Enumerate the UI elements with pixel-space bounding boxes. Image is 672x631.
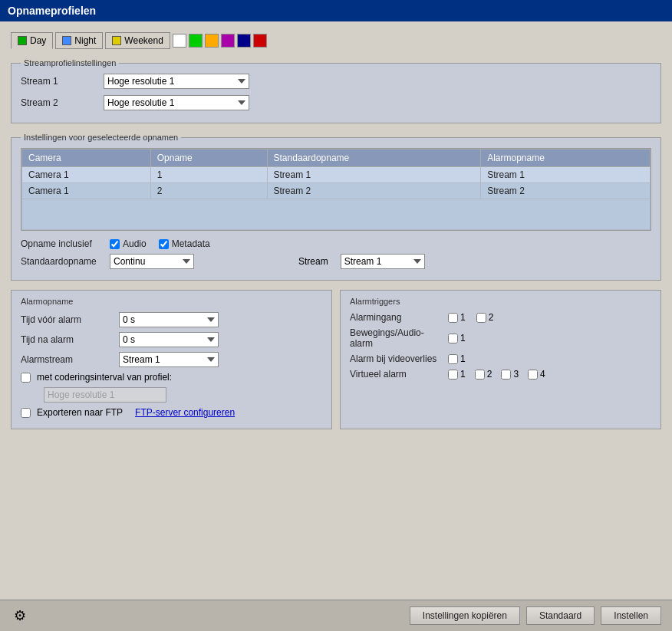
metadata-checkbox[interactable] [159,239,169,249]
alarmingang-2-label: 2 [489,312,494,323]
instellen-button[interactable]: Instellen [601,606,661,625]
codering-label: met coderingsinterval van profiel: [37,372,172,383]
window-title: Opnameprofielen [8,5,96,17]
codering-checkbox[interactable] [21,373,31,383]
na-alarm-select[interactable]: 0 s 5 s 10 s [119,332,219,347]
row1-opname: 1 [150,167,267,183]
color-tab-orange[interactable] [205,34,219,48]
virtueel-3-checkbox[interactable] [501,370,511,380]
row2-alarm: Stream 2 [481,183,651,199]
alarmingang-1-checkbox[interactable] [448,313,458,323]
virtueel-3-group: 3 [501,369,519,380]
standaardopname-label: Standaardopname [21,256,97,267]
alarm-area: Alarmopname Tijd vóór alarm 0 s 5 s 10 s… [11,290,661,429]
content-area: Day Night Weekend Streamprofielinstellin… [0,21,672,600]
color-tab-white[interactable] [173,34,186,48]
alarmingang-row: Alarmingang 1 2 [350,312,651,323]
tab-night[interactable]: Night [55,32,103,49]
opname-inclusief-label: Opname inclusief [21,238,97,249]
stream-select[interactable]: Stream 1 Stream 2 [341,254,425,269]
videoverlies-1-label: 1 [460,353,466,364]
virtueel-2-group: 2 [475,369,492,380]
standaard-button[interactable]: Standaard [526,606,595,625]
exporteren-label: Exporteren naar FTP [37,407,123,418]
row2-opname: 2 [150,183,267,199]
tab-day[interactable]: Day [11,32,53,49]
beweging-1-group: 1 [448,333,466,343]
tab-weekend[interactable]: Weekend [105,32,170,49]
videoverlies-1-group: 1 [448,353,466,364]
virtueel-3-label: 3 [513,369,519,380]
table-row[interactable]: Camera 1 2 Stream 2 Stream 2 [22,183,651,199]
stream1-label: Stream 1 [21,76,97,87]
tab-weekend-color [112,36,121,45]
standaardopname-row: Standaardopname Continu Motion Alarm Str… [21,254,651,269]
color-tab-green[interactable] [189,34,203,48]
virtueel-2-checkbox[interactable] [475,370,485,380]
stream-label: Stream [298,256,328,267]
beweging-1-checkbox[interactable] [448,334,458,343]
recordings-fieldset: Instellingen voor geselecteerde opnamen … [11,133,661,281]
alarmingang-label: Alarmingang [350,312,442,323]
codering-row: met coderingsinterval van profiel: [21,372,322,383]
stream1-select[interactable]: Hoge resolutie 1 Hoge resolutie 2 Lage r… [104,74,249,89]
metadata-label: Metadata [172,238,210,249]
audio-label: Audio [123,238,147,249]
row1-camera: Camera 1 [22,167,151,183]
virtueel-row: Virtueel alarm 1 2 3 4 [350,369,651,380]
virtueel-1-checkbox[interactable] [448,370,458,380]
alarmtriggers-section: Alarmtriggers Alarmingang 1 2 Bewegings/… [340,290,661,429]
alarmstream-row: Alarmstream Stream 1 Stream 2 [21,352,322,367]
stream2-select[interactable]: Hoge resolutie 1 Hoge resolutie 2 Lage r… [104,95,249,110]
stream-settings-legend: Streamprofielinstellingen [21,58,119,67]
stream2-row: Stream 2 Hoge resolutie 1 Hoge resolutie… [21,95,651,110]
title-bar: Opnameprofielen [0,0,672,21]
gear-icon: ⚙ [11,606,29,625]
col-camera: Camera [22,150,151,167]
col-alarm: Alarmopname [481,150,651,167]
stream2-label: Stream 2 [21,97,97,108]
color-tab-darkblue[interactable] [237,34,251,48]
voor-alarm-row: Tijd vóór alarm 0 s 5 s 10 s [21,312,322,327]
color-tab-red[interactable] [253,34,267,48]
col-opname: Opname [150,150,267,167]
beweging-row: Bewegings/Audio-alarm 1 [350,327,651,349]
virtueel-4-group: 4 [528,369,545,380]
tab-day-label: Day [30,35,46,46]
tab-day-color [18,36,27,45]
videoverlies-1-checkbox[interactable] [448,354,458,364]
videoverlies-label: Alarm bij videoverlies [350,353,442,364]
color-tab-purple[interactable] [221,34,235,48]
ftp-link[interactable]: FTP-server configureren [135,407,235,418]
alarmstream-select[interactable]: Stream 1 Stream 2 [119,352,219,367]
alarmstream-label: Alarmstream [21,354,113,365]
alarmopname-title: Alarmopname [21,297,322,306]
voor-alarm-select[interactable]: 0 s 5 s 10 s [119,312,219,327]
standaardopname-select[interactable]: Continu Motion Alarm [110,254,194,269]
virtueel-1-label: 1 [460,369,466,380]
footer: ⚙ Instellingen kopiëren Standaard Instel… [0,600,672,631]
opname-inclusief-row: Opname inclusief Audio Metadata [21,238,651,249]
codering-select[interactable]: Hoge resolutie 1 [44,387,166,403]
virtueel-4-checkbox[interactable] [528,370,538,380]
alarmtriggers-title: Alarmtriggers [350,297,651,306]
audio-checkbox[interactable] [110,239,120,249]
recordings-table-wrapper: Camera Opname Standaardopname Alarmopnam… [21,148,651,231]
virtueel-label: Virtueel alarm [350,369,442,380]
na-alarm-row: Tijd na alarm 0 s 5 s 10 s [21,332,322,347]
stream-settings-fieldset: Streamprofielinstellingen Stream 1 Hoge … [11,58,661,123]
copy-settings-button[interactable]: Instellingen kopiëren [410,606,520,625]
recordings-table: Camera Opname Standaardopname Alarmopnam… [21,149,651,230]
beweging-1-label: 1 [460,333,466,343]
exporteren-checkbox[interactable] [21,408,31,418]
stream1-row: Stream 1 Hoge resolutie 1 Hoge resolutie… [21,74,651,89]
tab-night-color [62,36,71,45]
row1-alarm: Stream 1 [481,167,651,183]
alarmingang-2-checkbox[interactable] [476,313,486,323]
table-row-empty [22,199,651,230]
tab-weekend-label: Weekend [124,35,163,46]
recordings-legend: Instellingen voor geselecteerde opnamen [21,133,181,142]
table-row[interactable]: Camera 1 1 Stream 1 Stream 1 [22,167,651,183]
exporteren-row: Exporteren naar FTP FTP-server configure… [21,407,322,418]
col-standaard: Standaardopname [267,150,481,167]
